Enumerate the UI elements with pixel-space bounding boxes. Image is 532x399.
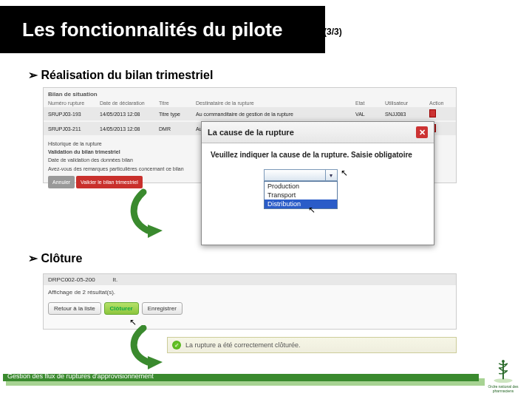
- cancel-button[interactable]: Annuler: [48, 176, 75, 188]
- validate-button[interactable]: Valider le bilan trimestriel: [76, 176, 143, 188]
- option-production[interactable]: Production: [265, 182, 337, 191]
- cause-options-list: Production Transport Distribution: [264, 181, 338, 209]
- col-etat: Etat: [355, 100, 385, 106]
- curved-arrow-icon: [126, 188, 185, 239]
- close-icon[interactable]: ✕: [416, 126, 428, 138]
- col-date: Date de déclaration: [100, 100, 159, 106]
- cell: Titre type: [159, 112, 196, 117]
- cell: 14/05/2013 12:08: [100, 126, 159, 132]
- toast-text: La rupture a été correctement clôturée.: [185, 341, 301, 349]
- pdf-icon[interactable]: [429, 109, 451, 118]
- cell: 14/05/2013 12:08: [100, 112, 159, 117]
- ref-cell: DRPC002-05-200: [48, 276, 95, 283]
- cell: SRUPJ03-211: [48, 126, 100, 132]
- col-titre: Titre: [159, 100, 196, 106]
- col-action: Action: [429, 100, 451, 106]
- option-transport[interactable]: Transport: [265, 191, 337, 200]
- bullet-cloture-text: Clôture: [41, 252, 82, 265]
- caduceus-icon: [492, 359, 514, 383]
- cloture-header: DRPC002-05-200 It.: [44, 274, 456, 285]
- cell: Au commanditaire de gestion de la ruptur…: [196, 112, 355, 117]
- table-row: SRUPJ03-193 14/05/2013 12:08 Titre type …: [44, 107, 456, 120]
- svg-point-3: [502, 360, 505, 363]
- col-user: Utilisateur: [385, 100, 429, 106]
- cell: VAL: [355, 112, 385, 117]
- footer-text: Gestion des flux de ruptures d'approvisi…: [7, 372, 154, 380]
- cell: SNJJ083: [385, 112, 429, 117]
- cloture-panel: DRPC002-05-200 It. Affichage de 2 résult…: [43, 273, 457, 330]
- result-count: Affichage de 2 résultat(s).: [44, 285, 456, 299]
- chevron-down-icon: ▾: [325, 170, 335, 180]
- bilan-panel-heading: Bilan de situation: [44, 88, 456, 100]
- slide-title-bar: Les fonctionnalités du pilote: [0, 6, 325, 53]
- slide-title: Les fonctionnalités du pilote: [22, 18, 282, 41]
- logo-text: Ordre national des pharmaciens: [482, 385, 525, 393]
- cause-dialog: La cause de la rupture ✕ Veuillez indiqu…: [201, 121, 434, 245]
- bullet-arrow-icon: ➢: [28, 69, 38, 81]
- cloture-buttons: Retour à la liste Clôturer Enregistrer: [44, 299, 456, 318]
- cursor-icon: ↖: [341, 168, 348, 178]
- bullet-realisation: ➢ Réalisation du bilan trimestriel: [28, 68, 213, 82]
- cell: DMR: [159, 126, 196, 132]
- back-button[interactable]: Retour à la liste: [48, 302, 101, 315]
- cause-select[interactable]: ▾: [264, 169, 338, 181]
- save-button[interactable]: Enregistrer: [142, 302, 183, 315]
- close-rupture-button[interactable]: Clôturer: [104, 302, 139, 315]
- dialog-title: La cause de la rupture: [208, 128, 294, 137]
- dialog-body: Veuillez indiquer la cause de la rupture…: [202, 143, 434, 188]
- svg-marker-0: [148, 225, 163, 238]
- check-icon: ✓: [172, 341, 181, 349]
- page-indicator: (3/3): [324, 27, 342, 37]
- col-num: Numéro rupture: [48, 100, 100, 106]
- bullet-cloture: ➢ Clôture: [28, 251, 82, 265]
- col-dest: Destinataire de la rupture: [196, 100, 355, 106]
- footer: Gestion des flux de ruptures d'approvisi…: [0, 371, 532, 392]
- dialog-titlebar: La cause de la rupture ✕: [202, 122, 434, 143]
- ref-cell-2: It.: [113, 276, 118, 283]
- option-distribution[interactable]: Distribution: [265, 200, 337, 208]
- bullet-arrow-icon: ➢: [28, 252, 38, 265]
- svg-marker-1: [148, 356, 163, 369]
- success-toast: ✓ La rupture a été correctement clôturée…: [167, 337, 457, 353]
- bullet-realisation-text: Réalisation du bilan trimestriel: [41, 69, 213, 81]
- cell: SRUPJ03-193: [48, 112, 100, 117]
- cause-select-wrap: ▾ ↖ Production Transport Distribution ↖: [264, 169, 425, 181]
- cursor-icon: ↖: [308, 205, 316, 215]
- onp-logo: Ordre national des pharmaciens: [482, 359, 525, 393]
- dialog-text: Veuillez indiquer la cause de la rupture…: [211, 151, 425, 159]
- bilan-grid-header: Numéro rupture Date de déclaration Titre…: [44, 100, 456, 106]
